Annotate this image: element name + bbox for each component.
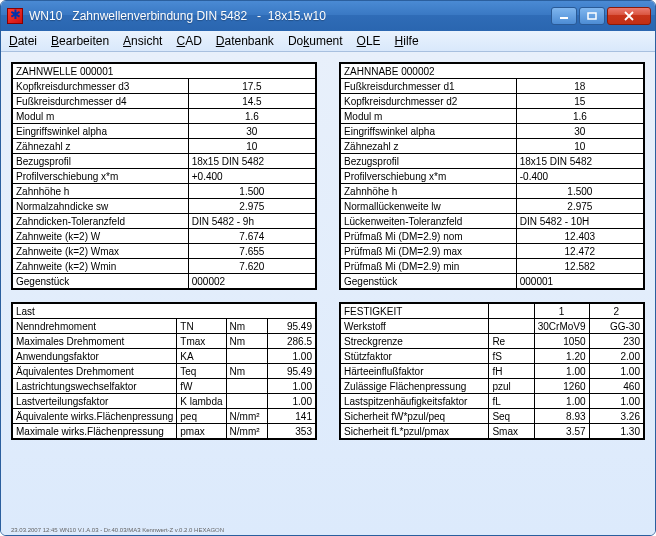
table-row: Gegenstück000001	[341, 274, 644, 289]
maximize-button[interactable]	[579, 7, 605, 25]
param-symbol: peq	[177, 409, 226, 424]
param-label: Kopfkreisdurchmesser d3	[13, 79, 189, 94]
param-value: 1260	[534, 379, 589, 394]
close-icon	[623, 11, 635, 21]
param-value: 1.00	[267, 349, 315, 364]
param-value: 10	[516, 139, 643, 154]
menu-item-ansicht[interactable]: Ansicht	[123, 34, 162, 48]
menu-item-cad[interactable]: CAD	[176, 34, 201, 48]
param-label: Äquivalente wirks.Flächenpressung	[13, 409, 177, 424]
param-symbol: fL	[489, 394, 534, 409]
param-label: Anwendungsfaktor	[13, 349, 177, 364]
table-last: LastNenndrehmomentTNNm95.49Maximales Dre…	[11, 302, 317, 440]
table-row: NenndrehmomentTNNm95.49	[13, 319, 316, 334]
table-row: Sicherheit fW*pzul/peqSeq8.933.26	[341, 409, 644, 424]
table-row: Zahnweite (k=2) Wmax7.655	[13, 244, 316, 259]
table-row: StützfaktorfS1.202.00	[341, 349, 644, 364]
param-label: Eingriffswinkel alpha	[13, 124, 189, 139]
maximize-icon	[587, 12, 597, 20]
param-value: 95.49	[267, 319, 315, 334]
param-unit	[226, 394, 267, 409]
param-value: 286.5	[267, 334, 315, 349]
param-value: 18	[516, 79, 643, 94]
minimize-icon	[559, 12, 569, 20]
table-row: Kopfkreisdurchmesser d215	[341, 94, 644, 109]
param-symbol: fW	[177, 379, 226, 394]
menu-item-dokument[interactable]: Dokument	[288, 34, 343, 48]
param-value: 95.49	[267, 364, 315, 379]
app-window: WN10 Zahnwellenverbindung DIN 5482 - 18x…	[0, 0, 656, 536]
table-row: Zähnezahl z10	[341, 139, 644, 154]
minimize-button[interactable]	[551, 7, 577, 25]
close-button[interactable]	[607, 7, 651, 25]
param-value: 230	[589, 334, 643, 349]
param-label: Äquivalentes Drehmoment	[13, 364, 177, 379]
param-value: 1.6	[188, 109, 315, 124]
param-value: 7.655	[188, 244, 315, 259]
table-row: Zahnhöhe h1.500	[341, 184, 644, 199]
param-symbol: Seq	[489, 409, 534, 424]
param-value: -0.400	[516, 169, 643, 184]
param-label: Zahndicken-Toleranzfeld	[13, 214, 189, 229]
table-row: LastverteilungsfaktorK lambda1.00	[13, 394, 316, 409]
param-label: Nenndrehmoment	[13, 319, 177, 334]
menu-item-datenbank[interactable]: Datenbank	[216, 34, 274, 48]
svg-rect-0	[560, 17, 568, 19]
param-label: Maximale wirks.Flächenpressung	[13, 424, 177, 439]
param-value: GG-30	[589, 319, 643, 334]
param-value: 1.30	[589, 424, 643, 439]
menu-item-ole[interactable]: OLE	[357, 34, 381, 48]
table-zahnnabe: ZAHNNABE 000002Fußkreisdurchmesser d118K…	[339, 62, 645, 290]
menu-item-datei[interactable]: Datei	[9, 34, 37, 48]
table-row: LastrichtungswechselfaktorfW1.00	[13, 379, 316, 394]
param-value: 12.472	[516, 244, 643, 259]
menu-item-bearbeiten[interactable]: Bearbeiten	[51, 34, 109, 48]
param-value: 1.00	[534, 394, 589, 409]
menu-item-hilfe[interactable]: Hilfe	[395, 34, 419, 48]
param-value: 12.403	[516, 229, 643, 244]
param-label: Zahnhöhe h	[341, 184, 517, 199]
param-unit: Nm	[226, 319, 267, 334]
param-label: Zahnhöhe h	[13, 184, 189, 199]
param-value: 000002	[188, 274, 315, 289]
table-row: HärteeinflußfaktorfH1.001.00	[341, 364, 644, 379]
param-label: Normallückenweite lw	[341, 199, 517, 214]
param-label: Prüfmaß Mi (DM=2.9) min	[341, 259, 517, 274]
param-value: 1.00	[534, 364, 589, 379]
param-label: Härteeinflußfaktor	[341, 364, 489, 379]
table-row: Fußkreisdurchmesser d118	[341, 79, 644, 94]
param-label: Gegenstück	[341, 274, 517, 289]
table-header: ZAHNNABE 000002	[341, 64, 644, 79]
param-value: 1050	[534, 334, 589, 349]
table-header: FESTIGKEIT	[341, 304, 489, 319]
table-row: Zahnhöhe h1.500	[13, 184, 316, 199]
param-symbol	[489, 319, 534, 334]
param-unit: Nm	[226, 364, 267, 379]
titlebar: WN10 Zahnwellenverbindung DIN 5482 - 18x…	[1, 1, 655, 31]
param-symbol: K lambda	[177, 394, 226, 409]
param-label: Maximales Drehmoment	[13, 334, 177, 349]
param-label: Gegenstück	[13, 274, 189, 289]
bottom-row: LastNenndrehmomentTNNm95.49Maximales Dre…	[11, 302, 645, 440]
param-value: 3.26	[589, 409, 643, 424]
param-label: Stützfaktor	[341, 349, 489, 364]
table-row: Sicherheit fL*pzul/pmaxSmax3.571.30	[341, 424, 644, 439]
table-row: Äquivalentes DrehmomentTeqNm95.49	[13, 364, 316, 379]
param-label: Kopfkreisdurchmesser d2	[341, 94, 517, 109]
param-label: Streckgrenze	[341, 334, 489, 349]
param-label: Lastverteilungsfaktor	[13, 394, 177, 409]
param-label: Fußkreisdurchmesser d4	[13, 94, 189, 109]
param-symbol: fH	[489, 364, 534, 379]
param-label: Modul m	[13, 109, 189, 124]
param-value: 8.93	[534, 409, 589, 424]
table-row: LastspitzenhäufigkeitsfaktorfL1.001.00	[341, 394, 644, 409]
param-value: 460	[589, 379, 643, 394]
param-symbol: Smax	[489, 424, 534, 439]
param-value: 2.00	[589, 349, 643, 364]
table-row: Maximale wirks.FlächenpressungpmaxN/mm²3…	[13, 424, 316, 439]
param-label: Lückenweiten-Toleranzfeld	[341, 214, 517, 229]
param-label: Lastrichtungswechselfaktor	[13, 379, 177, 394]
table-header: Last	[13, 304, 316, 319]
param-value: 30CrMoV9	[534, 319, 589, 334]
param-label: Sicherheit fW*pzul/peq	[341, 409, 489, 424]
